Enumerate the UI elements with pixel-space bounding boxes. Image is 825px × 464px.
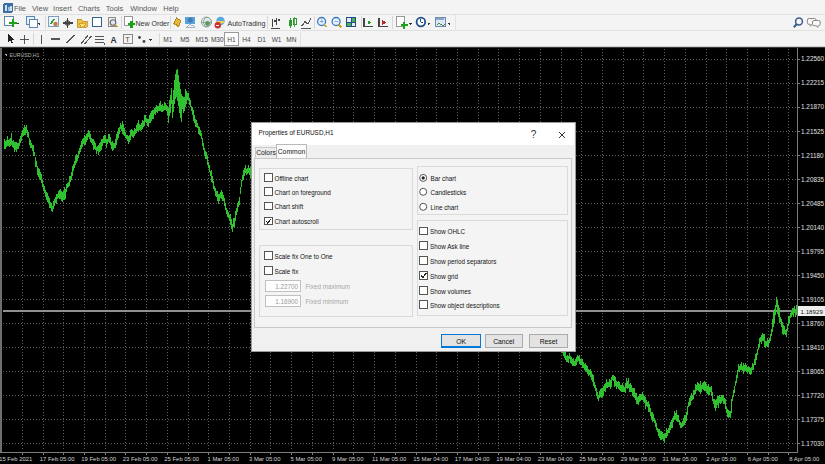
svg-text:2 Apr 05:00: 2 Apr 05:00 [706, 456, 737, 462]
svg-text:New Order: New Order [136, 20, 171, 27]
svg-text:Scale fix One to One: Scale fix One to One [275, 253, 334, 260]
svg-text:1.16900: 1.16900 [275, 298, 298, 305]
svg-text:M5: M5 [180, 36, 189, 43]
svg-text:D1: D1 [257, 36, 266, 43]
svg-text:Show Ask line: Show Ask line [430, 243, 470, 250]
svg-text:Show grid: Show grid [430, 273, 458, 281]
svg-text:Show object descriptions: Show object descriptions [430, 302, 500, 310]
svg-text:23 Feb 05:00: 23 Feb 05:00 [123, 456, 158, 462]
svg-text:23 Mar 04:00: 23 Mar 04:00 [538, 456, 573, 462]
svg-text:Scale fix: Scale fix [275, 268, 300, 275]
svg-text:Show OHLC: Show OHLC [430, 228, 465, 235]
svg-text:Window: Window [130, 4, 157, 13]
svg-text:Reset: Reset [540, 338, 558, 345]
svg-text:1.19105: 1.19105 [801, 296, 825, 303]
svg-text:8 Apr 05:00: 8 Apr 05:00 [789, 456, 820, 462]
svg-text:5 Mar 05:00: 5 Mar 05:00 [290, 456, 322, 462]
svg-text:Insert: Insert [53, 4, 73, 13]
svg-text:11 Mar 05:00: 11 Mar 05:00 [372, 456, 407, 462]
svg-text:Chart autoscroll: Chart autoscroll [275, 218, 319, 225]
svg-text:1.18929: 1.18929 [801, 308, 824, 315]
svg-text:1.18760: 1.18760 [801, 320, 825, 327]
svg-text:Tools: Tools [106, 4, 124, 13]
svg-text:1.20835: 1.20835 [801, 176, 825, 183]
svg-text:1.21525: 1.21525 [801, 128, 825, 135]
svg-text:29 Mar 05:00: 29 Mar 05:00 [621, 456, 656, 462]
svg-text:19 Feb 05:00: 19 Feb 05:00 [81, 456, 116, 462]
svg-text:Colors: Colors [256, 149, 276, 156]
svg-text:Candlesticks: Candlesticks [431, 189, 467, 196]
svg-text:H1: H1 [227, 36, 236, 43]
svg-text:25 Feb 05:00: 25 Feb 05:00 [164, 456, 199, 462]
svg-text:1.17375: 1.17375 [801, 416, 825, 423]
svg-text:1.18065: 1.18065 [801, 368, 825, 375]
svg-text:1.19450: 1.19450 [801, 272, 825, 279]
svg-text:W1: W1 [272, 36, 282, 43]
svg-text:Show volumes: Show volumes [430, 288, 471, 295]
svg-text:9 Mar 05:00: 9 Mar 05:00 [332, 456, 364, 462]
svg-text:+: + [319, 17, 324, 26]
svg-text:Chart on foreground: Chart on foreground [275, 189, 332, 197]
svg-text:View: View [32, 4, 49, 13]
svg-text:Line chart: Line chart [431, 204, 459, 211]
svg-text:AutoTrading: AutoTrading [228, 20, 266, 28]
svg-text:1 Mar 05:00: 1 Mar 05:00 [207, 456, 239, 462]
svg-text:Charts: Charts [78, 4, 100, 13]
svg-text:1.20140: 1.20140 [801, 224, 825, 231]
svg-text:H4: H4 [242, 36, 251, 43]
svg-text:T: T [125, 35, 130, 44]
svg-text:OK: OK [456, 338, 466, 345]
svg-text:Bar chart: Bar chart [431, 175, 457, 182]
svg-text:Help: Help [163, 4, 178, 13]
svg-text:19 Mar 04:00: 19 Mar 04:00 [496, 456, 531, 462]
svg-text:6 Apr 05:00: 6 Apr 05:00 [748, 456, 779, 462]
svg-text:Chart shift: Chart shift [275, 203, 304, 210]
svg-text:31 Mar 05:00: 31 Mar 05:00 [662, 456, 697, 462]
svg-text:1.19795: 1.19795 [801, 248, 825, 255]
svg-text:15 Mar 04:00: 15 Mar 04:00 [413, 456, 448, 462]
svg-text:M15: M15 [195, 36, 208, 43]
svg-text:1.17030: 1.17030 [801, 440, 825, 447]
svg-text:M30: M30 [211, 36, 224, 43]
svg-text:EURUSD,H1: EURUSD,H1 [10, 52, 40, 58]
svg-text:Cancel: Cancel [493, 338, 515, 345]
svg-text:1.21870: 1.21870 [801, 103, 825, 110]
svg-text:Show period separators: Show period separators [430, 258, 497, 266]
svg-text:File: File [14, 4, 26, 13]
svg-text:1.22700: 1.22700 [275, 283, 298, 290]
svg-text:1.22560: 1.22560 [801, 55, 825, 62]
svg-text:17 Mar 04:00: 17 Mar 04:00 [455, 456, 490, 462]
svg-text:1.20485: 1.20485 [801, 200, 825, 207]
svg-text:1.17720: 1.17720 [801, 392, 825, 399]
svg-text:−: − [334, 17, 339, 26]
svg-text:M1: M1 [163, 36, 172, 43]
svg-text:1.22215: 1.22215 [801, 79, 825, 86]
svg-text:3 Mar 05:00: 3 Mar 05:00 [249, 456, 281, 462]
svg-text:1.21180: 1.21180 [801, 152, 824, 159]
svg-text:Common: Common [278, 148, 306, 155]
svg-text:15 Feb 2021: 15 Feb 2021 [0, 456, 32, 462]
svg-text:Fixed maximum: Fixed maximum [306, 283, 350, 290]
svg-text:1.18410: 1.18410 [801, 344, 825, 351]
svg-text:?: ? [531, 129, 537, 140]
svg-text:A: A [110, 35, 116, 45]
svg-text:Properties of EURUSD,H1: Properties of EURUSD,H1 [259, 129, 334, 137]
svg-text:25 Mar 04:00: 25 Mar 04:00 [579, 456, 614, 462]
svg-text:MN: MN [286, 36, 296, 43]
svg-text:17 Feb 05:00: 17 Feb 05:00 [40, 456, 75, 462]
svg-text:Fixed minimum: Fixed minimum [306, 298, 349, 305]
svg-text:Offline chart: Offline chart [275, 175, 309, 182]
